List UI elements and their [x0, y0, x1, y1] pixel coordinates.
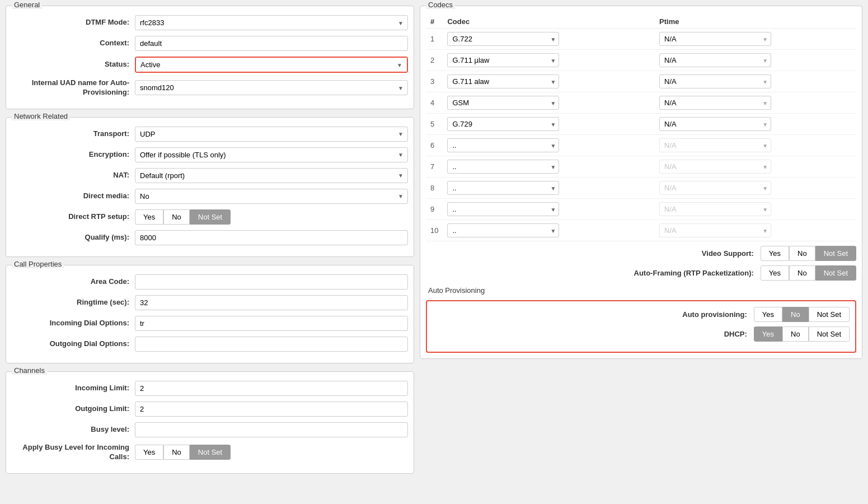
- ptime-select-cell-7: N/A: [655, 156, 842, 178]
- ptime-select-8: N/A: [659, 181, 771, 195]
- video-support-row: Video Support: Yes No Not Set: [426, 246, 856, 261]
- codec-select-3[interactable]: G.711 alaw: [447, 74, 559, 88]
- ptime-select-cell-2: N/A: [655, 50, 842, 71]
- encryption-row: Encryption: Offer if possible (TLS only): [12, 147, 408, 162]
- outgoing-dial-input[interactable]: [135, 337, 408, 352]
- auto-framing-no-btn[interactable]: No: [789, 265, 815, 281]
- codec-select-5[interactable]: G.729: [447, 117, 559, 131]
- codec-select-8[interactable]: ..: [447, 181, 559, 195]
- status-select[interactable]: Active Inactive: [136, 58, 407, 72]
- dhcp-notset-btn[interactable]: Not Set: [809, 326, 850, 342]
- encryption-select[interactable]: Offer if possible (TLS only): [135, 147, 408, 162]
- ptime-select-cell-9: N/A: [655, 199, 842, 220]
- col-num: #: [426, 15, 443, 29]
- incoming-dial-row: Incoming Dial Options:: [12, 316, 408, 331]
- ringtime-label: Ringtime (sec):: [12, 298, 135, 307]
- codec-select-cell-6: ..: [443, 135, 630, 156]
- uad-select[interactable]: snomd120: [135, 80, 408, 95]
- dtmf-mode-label: DTMF Mode:: [12, 18, 135, 27]
- codec-select-cell-9: ..: [443, 199, 630, 220]
- incoming-dial-input[interactable]: [135, 316, 408, 331]
- nat-select[interactable]: Default (rport): [135, 168, 408, 183]
- auto-framing-notset-btn[interactable]: Not Set: [815, 265, 856, 281]
- incoming-limit-row: Incoming Limit:: [12, 381, 408, 396]
- direct-rtp-label: Direct RTP setup:: [12, 212, 135, 222]
- codec-select-1[interactable]: G.722: [447, 32, 559, 46]
- incoming-limit-input[interactable]: [135, 381, 408, 396]
- codec-select-7[interactable]: ..: [447, 160, 559, 174]
- ptime-select-5[interactable]: N/A: [659, 117, 771, 131]
- codec-select-2[interactable]: G.711 µlaw: [447, 53, 559, 67]
- codec-select-4[interactable]: GSM: [447, 96, 559, 110]
- ptime-select-cell-8: N/A: [655, 178, 842, 199]
- network-title: Network Related: [12, 112, 70, 120]
- ptime-select-7: N/A: [659, 160, 771, 174]
- ptime-select-cell-1: N/A: [655, 29, 842, 50]
- ptime-select-3[interactable]: N/A: [659, 74, 771, 88]
- dtmf-mode-select[interactable]: rfc2833: [135, 15, 408, 30]
- transport-select[interactable]: UDP: [135, 127, 408, 142]
- direct-rtp-notset-btn[interactable]: Not Set: [190, 209, 231, 225]
- ptime-select-2[interactable]: N/A: [659, 53, 771, 67]
- codec-select-9[interactable]: ..: [447, 202, 559, 216]
- codec-num-6: 6: [426, 135, 443, 156]
- codecs-table: # Codec Ptime 1G.722N/A2G.711 µlawN/A3G.…: [426, 15, 856, 241]
- auto-framing-yes-btn[interactable]: Yes: [761, 265, 789, 281]
- busy-level-label: Busy level:: [12, 425, 135, 435]
- area-code-label: Area Code:: [12, 277, 135, 287]
- apply-busy-label: Apply Busy Level for Incoming Calls:: [12, 443, 135, 462]
- direct-media-label: Direct media:: [12, 192, 135, 201]
- col-ptime: Ptime: [655, 15, 842, 29]
- apply-busy-yes-btn[interactable]: Yes: [135, 445, 163, 460]
- apply-busy-no-btn[interactable]: No: [163, 445, 190, 460]
- ringtime-input[interactable]: [135, 295, 408, 310]
- video-no-btn[interactable]: No: [789, 246, 815, 261]
- direct-media-select[interactable]: No Yes: [135, 189, 408, 204]
- codec-row-4: 4GSMN/A: [426, 92, 856, 114]
- ptime-select-9: N/A: [659, 202, 771, 216]
- call-properties-section: Call Properties Area Code: Ringtime (sec…: [6, 265, 414, 363]
- apply-busy-notset-btn[interactable]: Not Set: [190, 445, 231, 460]
- codec-num-3: 3: [426, 71, 443, 92]
- outgoing-limit-label: Outgoing Limit:: [12, 404, 135, 414]
- auto-prov-no-btn[interactable]: No: [782, 307, 809, 322]
- auto-framing-row: Auto-Framing (RTP Packetization): Yes No…: [426, 265, 856, 281]
- direct-rtp-yes-btn[interactable]: Yes: [135, 209, 163, 225]
- auto-prov-row: Auto provisioning: Yes No Not Set: [433, 307, 850, 322]
- context-input[interactable]: [135, 36, 408, 51]
- codec-select-cell-3: G.711 alaw: [443, 71, 630, 92]
- dhcp-no-btn[interactable]: No: [782, 326, 809, 342]
- qualify-input[interactable]: [135, 230, 408, 245]
- ptime-select-4[interactable]: N/A: [659, 96, 771, 110]
- codec-num-5: 5: [426, 114, 443, 135]
- codec-select-6[interactable]: ..: [447, 138, 559, 152]
- direct-rtp-no-btn[interactable]: No: [163, 209, 190, 225]
- auto-prov-yes-btn[interactable]: Yes: [754, 307, 782, 322]
- dhcp-yes-btn[interactable]: Yes: [754, 326, 782, 342]
- qualify-label: Qualify (ms):: [12, 233, 135, 242]
- ptime-select-1[interactable]: N/A: [659, 32, 771, 46]
- outgoing-limit-input[interactable]: [135, 402, 408, 417]
- area-code-input[interactable]: [135, 274, 408, 290]
- call-properties-title: Call Properties: [12, 260, 64, 268]
- codec-select-cell-8: ..: [443, 178, 630, 199]
- direct-rtp-row: Direct RTP setup: Yes No Not Set: [12, 209, 408, 225]
- busy-level-input[interactable]: [135, 422, 408, 437]
- status-label: Status:: [12, 60, 135, 69]
- ptime-select-10: N/A: [659, 223, 771, 237]
- codec-select-10[interactable]: ..: [447, 223, 559, 237]
- codec-num-9: 9: [426, 199, 443, 220]
- codec-select-cell-10: ..: [443, 220, 630, 241]
- codec-select-cell-4: GSM: [443, 92, 630, 114]
- video-notset-btn[interactable]: Not Set: [815, 246, 856, 261]
- apply-busy-row: Apply Busy Level for Incoming Calls: Yes…: [12, 443, 408, 462]
- nat-label: NAT:: [12, 171, 135, 180]
- video-yes-btn[interactable]: Yes: [761, 246, 789, 261]
- context-row: Context:: [12, 36, 408, 51]
- codec-num-4: 4: [426, 92, 443, 114]
- context-label: Context:: [12, 39, 135, 48]
- codec-select-cell-5: G.729: [443, 114, 630, 135]
- network-section: Network Related Transport: UDP Encryptio…: [6, 117, 414, 257]
- transport-label: Transport:: [12, 129, 135, 139]
- auto-prov-notset-btn[interactable]: Not Set: [809, 307, 850, 322]
